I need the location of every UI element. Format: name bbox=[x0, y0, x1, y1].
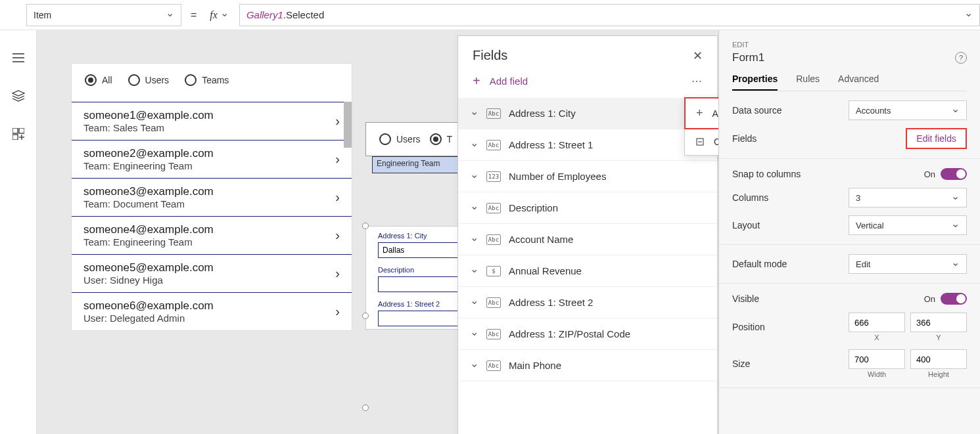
selection-handle-icon[interactable] bbox=[362, 223, 369, 229]
insert-icon[interactable] bbox=[11, 126, 26, 142]
selection-handle-icon[interactable] bbox=[362, 313, 369, 319]
chevron-down-icon bbox=[951, 104, 960, 117]
type-badge-icon: Abc bbox=[486, 297, 501, 308]
list-item[interactable]: someone1@example.comTeam: Sales Team› bbox=[72, 102, 352, 140]
ctx-collapse-all[interactable]: Collapse all bbox=[685, 129, 718, 155]
layout-select[interactable]: Vertical bbox=[849, 215, 967, 235]
field-label: Address 1: Street 2 bbox=[509, 297, 593, 308]
filter-all[interactable]: All bbox=[85, 74, 112, 86]
list-item[interactable]: someone5@example.comUser: Sidney Higa› bbox=[72, 254, 352, 292]
list-item-sub: Team: Engineering Team bbox=[83, 236, 214, 248]
filter-label: T bbox=[447, 134, 453, 144]
properties-panel: EDIT Form1 ? Properties Rules Advanced D… bbox=[718, 30, 980, 434]
formula-object: Gallery1 bbox=[246, 9, 283, 20]
list-item-sub: User: Delegated Admin bbox=[83, 313, 214, 324]
position-y-input[interactable] bbox=[910, 313, 967, 332]
layers-icon[interactable] bbox=[11, 88, 26, 104]
filter-teams[interactable]: T bbox=[430, 133, 453, 145]
radio-icon bbox=[85, 74, 97, 86]
prop-label: Fields bbox=[732, 133, 757, 144]
gallery1: All Users Teams someone1@example.comTeam… bbox=[71, 63, 352, 331]
filter-teams[interactable]: Teams bbox=[185, 74, 229, 86]
chevron-down-icon bbox=[470, 170, 478, 183]
prop-label: Size bbox=[732, 358, 750, 369]
radio-icon bbox=[379, 133, 391, 145]
ctx-add-custom-card[interactable]: + Add a custom card bbox=[684, 97, 718, 129]
field-row[interactable]: AbcAddress 1: Street 2 bbox=[458, 287, 717, 318]
type-badge-icon: Abc bbox=[486, 108, 501, 119]
field-row[interactable]: AbcAddress 1: Street 1 bbox=[458, 129, 717, 161]
chevron-right-icon: › bbox=[335, 228, 340, 243]
chevron-down-icon bbox=[951, 258, 960, 271]
toggle-value: On bbox=[924, 169, 935, 179]
gallery1-filter-row: All Users Teams bbox=[72, 64, 352, 102]
chevron-down-icon bbox=[470, 107, 478, 119]
field-label: Main Phone bbox=[509, 360, 561, 371]
chevron-right-icon: › bbox=[335, 152, 340, 167]
list-item[interactable]: someone6@example.comUser: Delegated Admi… bbox=[72, 292, 352, 330]
prop-label: Snap to columns bbox=[732, 169, 801, 179]
filter-users[interactable]: Users bbox=[128, 74, 170, 86]
list-item-email: someone6@example.com bbox=[83, 299, 214, 313]
field-row[interactable]: AbcAccount Name bbox=[458, 224, 717, 255]
field-row[interactable]: 123Number of Employees bbox=[458, 161, 717, 192]
tab-advanced[interactable]: Advanced bbox=[838, 74, 879, 91]
size-width-input[interactable] bbox=[849, 349, 905, 369]
type-badge-icon: Abc bbox=[486, 203, 501, 213]
visible-toggle[interactable] bbox=[941, 293, 967, 305]
field-row[interactable]: AbcAddress 1: City bbox=[458, 98, 717, 129]
canvas: All Users Teams someone1@example.comTeam… bbox=[37, 30, 718, 434]
close-icon[interactable]: ✕ bbox=[693, 49, 703, 63]
formula-input[interactable]: Gallery1.Selected bbox=[239, 4, 980, 26]
more-icon[interactable]: ⋯ bbox=[691, 75, 703, 87]
help-icon[interactable]: ? bbox=[955, 52, 967, 64]
field-label: Description bbox=[509, 202, 558, 213]
selection-handle-icon[interactable] bbox=[362, 404, 369, 411]
props-tabs: Properties Rules Advanced bbox=[732, 74, 967, 91]
filter-label: All bbox=[102, 75, 112, 85]
plus-icon: + bbox=[473, 74, 480, 89]
edit-fields-button[interactable]: Edit fields bbox=[906, 128, 967, 149]
filter-label: Users bbox=[396, 134, 421, 144]
filter-users[interactable]: Users bbox=[379, 133, 421, 145]
chevron-down-icon bbox=[470, 233, 478, 246]
type-badge-icon: Abc bbox=[486, 140, 501, 150]
hamburger-icon[interactable] bbox=[11, 50, 26, 66]
snap-toggle[interactable] bbox=[941, 168, 967, 180]
fx-button[interactable]: fx bbox=[206, 4, 233, 26]
chevron-right-icon: › bbox=[335, 190, 340, 205]
data-source-select[interactable]: Accounts bbox=[849, 100, 967, 120]
radio-icon bbox=[185, 74, 197, 86]
filter-label: Teams bbox=[202, 75, 229, 85]
list-item[interactable]: someone3@example.comTeam: Document Team› bbox=[72, 178, 352, 216]
size-height-input[interactable] bbox=[910, 349, 967, 369]
props-title: Form1 bbox=[732, 51, 764, 64]
prop-label: Data source bbox=[732, 105, 782, 116]
scrollbar[interactable] bbox=[344, 102, 352, 148]
field-label: Address 1: ZIP/Postal Code bbox=[509, 328, 630, 339]
default-mode-select[interactable]: Edit bbox=[849, 254, 967, 274]
list-item-sub: Team: Engineering Team bbox=[83, 160, 214, 171]
property-dropdown[interactable]: Item bbox=[26, 4, 181, 26]
position-x-input[interactable] bbox=[849, 313, 905, 332]
field-row[interactable]: AbcDescription bbox=[458, 192, 717, 224]
chevron-down-icon bbox=[470, 296, 478, 309]
field-row[interactable]: AbcMain Phone bbox=[458, 350, 717, 381]
chevron-down-icon bbox=[951, 219, 960, 232]
props-edit-label: EDIT bbox=[732, 41, 967, 49]
select-value: Edit bbox=[856, 259, 870, 269]
columns-select[interactable]: 3 bbox=[849, 188, 967, 207]
field-row[interactable]: $Annual Revenue bbox=[458, 255, 717, 287]
chevron-down-icon bbox=[220, 9, 229, 21]
list-item[interactable]: someone4@example.comTeam: Engineering Te… bbox=[72, 216, 352, 254]
add-field-button[interactable]: + Add field bbox=[473, 74, 528, 89]
fx-icon: fx bbox=[210, 9, 218, 21]
list-item-email: someone3@example.com bbox=[83, 185, 214, 198]
tab-rules[interactable]: Rules bbox=[796, 74, 820, 91]
list-item[interactable]: someone2@example.comTeam: Engineering Te… bbox=[72, 140, 352, 178]
radio-icon bbox=[430, 133, 442, 145]
select-value: 3 bbox=[856, 193, 860, 203]
type-badge-icon: Abc bbox=[486, 234, 501, 245]
tab-properties[interactable]: Properties bbox=[732, 74, 778, 91]
field-row[interactable]: AbcAddress 1: ZIP/Postal Code bbox=[458, 318, 717, 350]
